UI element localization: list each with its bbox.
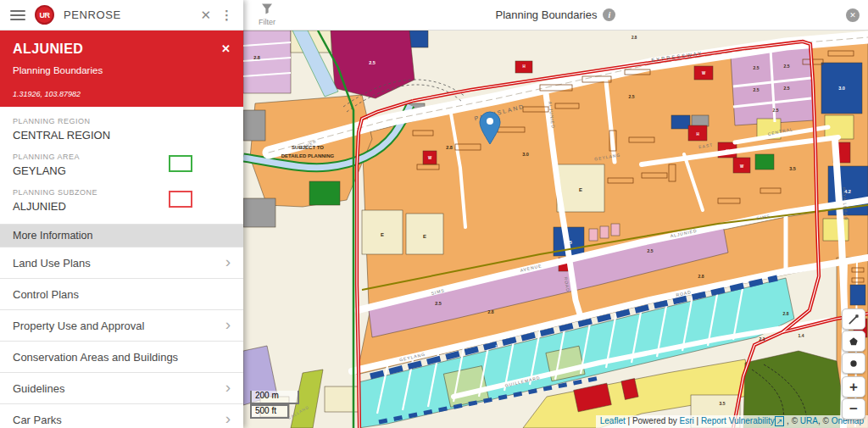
attribution-link[interactable]: URA bbox=[800, 416, 818, 425]
scale-metric: 200 m bbox=[250, 391, 299, 404]
scale-control: 200 m 500 ft bbox=[250, 391, 299, 419]
map-label: 2.8 bbox=[253, 55, 260, 60]
map-label: 3.0 bbox=[605, 308, 610, 313]
map-label: 2.5 bbox=[773, 108, 779, 113]
map-label: 2.5 bbox=[369, 60, 376, 65]
map-layer-close-icon[interactable]: ✕ bbox=[846, 8, 860, 22]
map-label: 2.5 bbox=[435, 301, 442, 306]
menu-item-guidelines[interactable]: Guidelines › bbox=[0, 373, 243, 404]
map-attribution: Leaflet | Powered by Esri | Report Vulne… bbox=[596, 415, 868, 428]
draw-polygon-button[interactable] bbox=[842, 331, 865, 352]
map-label: 2.5 bbox=[754, 65, 760, 70]
map-label: 4.2 bbox=[844, 189, 851, 194]
detail-label: PLANNING AREA bbox=[13, 153, 231, 161]
detail-value: GEYLANG bbox=[13, 164, 231, 177]
subzone-boundary-swatch bbox=[169, 191, 192, 208]
detail-value: CENTRAL REGION bbox=[13, 129, 231, 142]
menu-item-car-parks[interactable]: Car Parks › bbox=[0, 404, 243, 428]
detail-planning-region: PLANNING REGION CENTRAL REGION bbox=[13, 117, 231, 142]
hamburger-menu-icon[interactable] bbox=[10, 8, 25, 23]
app-window: UR PENROSE ✕ ⋮ ALJUNIED ✕ Planning Bound… bbox=[0, 0, 868, 428]
attribution-link[interactable]: Esri bbox=[679, 416, 693, 425]
detail-label: PLANNING SUBZONE bbox=[13, 188, 231, 197]
panel-close-icon[interactable]: ✕ bbox=[221, 42, 231, 55]
area-boundary-swatch bbox=[169, 155, 192, 172]
map-label: 2.1 bbox=[760, 336, 765, 342]
zoom-out-button[interactable]: − bbox=[842, 398, 865, 420]
map-label: 2.5 bbox=[784, 86, 790, 91]
menu-item-label: Land Use Plans bbox=[13, 257, 91, 270]
sidebar-menu: More Information Land Use Plans › Contro… bbox=[0, 224, 243, 428]
clear-search-icon[interactable]: ✕ bbox=[200, 8, 211, 23]
menu-item-label: Conservation Areas and Buildings bbox=[13, 351, 178, 364]
map-label: 2.8 bbox=[783, 311, 789, 316]
map-label: E bbox=[381, 232, 384, 237]
search-term: PENROSE bbox=[64, 8, 121, 21]
chevron-right-icon: › bbox=[225, 253, 231, 272]
external-link-icon: ↗ bbox=[775, 416, 785, 426]
menu-item-control-plans[interactable]: Control Plans bbox=[0, 279, 243, 310]
kebab-menu-icon[interactable]: ⋮ bbox=[220, 8, 233, 23]
subzone-title: ALJUNIED bbox=[13, 42, 221, 57]
map-label: 3.5 bbox=[720, 401, 726, 406]
info-icon[interactable]: i bbox=[603, 8, 615, 21]
map-label: 2.5 bbox=[754, 87, 760, 92]
map-label: DETAILED PLANNING bbox=[281, 153, 335, 158]
menu-item-more-information[interactable]: More Information bbox=[0, 225, 243, 247]
measure-icon bbox=[847, 313, 860, 326]
filter-label: Filter bbox=[251, 18, 283, 26]
zoom-controls: + − bbox=[842, 376, 865, 420]
map[interactable]: PAN ISLANDEXPRESSWAYALJUNIEDGEYLANGEASTC… bbox=[243, 31, 868, 428]
chevron-right-icon: › bbox=[225, 379, 231, 397]
detail-label: PLANNING REGION bbox=[13, 117, 231, 125]
map-label: 3.5 bbox=[789, 166, 796, 171]
map-label: E bbox=[423, 234, 426, 239]
menu-item-conservation-areas[interactable]: Conservation Areas and Buildings bbox=[0, 342, 243, 373]
funnel-icon bbox=[261, 3, 273, 14]
selection-panel: ALJUNIED ✕ Planning Boundaries 1.31926, … bbox=[0, 31, 243, 107]
zoom-in-button[interactable]: + bbox=[842, 376, 865, 397]
menu-item-property-use-and-approval[interactable]: Property Use and Approval › bbox=[0, 310, 243, 342]
map-label: 3.0 bbox=[838, 86, 845, 91]
draw-circle-button[interactable] bbox=[842, 353, 865, 374]
attribution-text: | Powered by bbox=[626, 416, 680, 425]
coordinates: 1.31926, 103.87982 bbox=[13, 90, 231, 98]
pentagon-icon bbox=[847, 335, 860, 348]
panel-subtitle: Planning Boundaries bbox=[13, 65, 231, 75]
map-label: U bbox=[414, 108, 416, 113]
map-label: 2.8 bbox=[488, 309, 494, 314]
chevron-right-icon: › bbox=[225, 410, 231, 428]
menu-item-land-use-plans[interactable]: Land Use Plans › bbox=[0, 247, 243, 279]
map-toolbar: Filter Planning Boundaries i ✕ bbox=[243, 0, 868, 31]
map-label: 3.0 bbox=[522, 152, 529, 157]
map-label: 1.4 bbox=[798, 333, 804, 338]
map-label: 2.8 bbox=[446, 145, 453, 150]
map-label: 2.8 bbox=[698, 274, 704, 279]
ura-logo-icon: UR bbox=[35, 5, 54, 25]
attribution-link[interactable]: Report Vulnerability bbox=[701, 416, 775, 425]
map-label: 2.5 bbox=[629, 94, 635, 99]
menu-item-label: Property Use and Approval bbox=[13, 320, 144, 332]
app-header: UR PENROSE ✕ ⋮ bbox=[0, 0, 243, 31]
map-canvas[interactable]: PAN ISLANDEXPRESSWAYALJUNIEDGEYLANGEASTC… bbox=[243, 31, 868, 428]
menu-item-label: More Information bbox=[13, 230, 92, 242]
attribution-text: , © bbox=[818, 416, 832, 425]
map-label: E bbox=[579, 187, 582, 192]
attribution-text: , © bbox=[784, 416, 799, 425]
detail-value: ALJUNIED bbox=[13, 200, 231, 213]
planning-details: PLANNING REGION CENTRAL REGION PLANNING … bbox=[0, 107, 243, 213]
measure-tool-button[interactable] bbox=[842, 308, 865, 330]
map-label: H bbox=[522, 64, 525, 69]
map-area: Filter Planning Boundaries i ✕ bbox=[243, 0, 868, 428]
circle-icon bbox=[847, 357, 860, 370]
map-label: SUBJECT TO bbox=[292, 145, 324, 150]
detail-planning-area: PLANNING AREA GEYLANG bbox=[13, 153, 231, 177]
sidebar: UR PENROSE ✕ ⋮ ALJUNIED ✕ Planning Bound… bbox=[0, 0, 243, 428]
filter-button[interactable]: Filter bbox=[251, 3, 283, 26]
menu-item-label: Control Plans bbox=[13, 288, 79, 301]
chevron-right-icon: › bbox=[225, 316, 231, 335]
map-label: 4.5 bbox=[565, 240, 572, 245]
menu-item-label: Car Parks bbox=[13, 414, 62, 426]
map-label: H bbox=[726, 149, 728, 153]
attribution-link[interactable]: Leaflet bbox=[600, 416, 626, 425]
